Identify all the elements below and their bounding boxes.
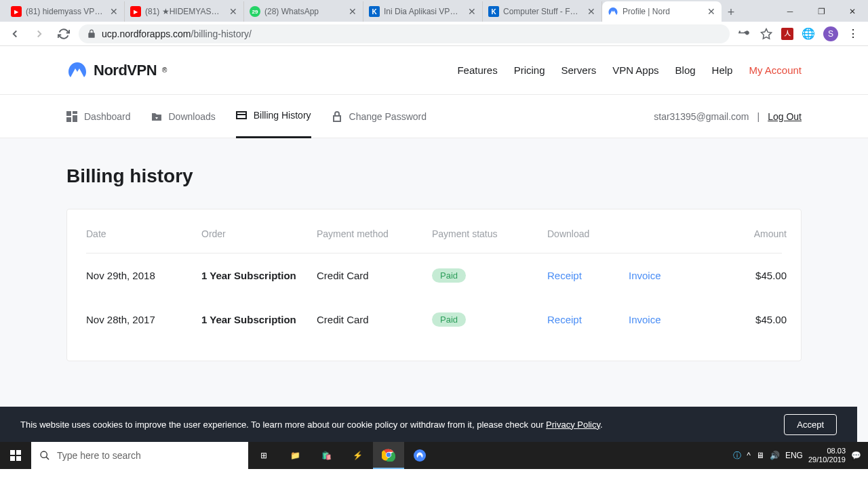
status-badge: Paid [432, 312, 466, 327]
volume-tray-icon[interactable]: 🔊 [770, 451, 780, 460]
subnav-billing-history[interactable]: Billing History [236, 95, 311, 138]
user-email: star31395@gmail.com [654, 111, 749, 122]
invoice-link[interactable]: Invoice [629, 314, 710, 325]
cell-date: Nov 29th, 2018 [86, 270, 201, 281]
subnav-downloads[interactable]: Downloads [151, 95, 216, 138]
nav-link-vpn-apps[interactable]: VPN Apps [612, 64, 658, 76]
close-window-button[interactable]: ✕ [837, 1, 868, 22]
language-indicator[interactable]: ENG [785, 451, 803, 460]
receipt-link[interactable]: Receipt [547, 270, 629, 281]
url-host: ucp.nordforapps.com [102, 28, 191, 39]
cell-order: 1 Year Subscription [201, 314, 317, 325]
table-header: DateOrderPayment methodPayment statusDow… [86, 228, 782, 253]
table-body: Nov 29th, 20181 Year SubscriptionCredit … [86, 253, 782, 342]
idm-extension-icon[interactable]: 🌐 [802, 27, 815, 41]
browser-tab[interactable]: KComputer Stuff - Forum✕ [483, 1, 602, 22]
cell-amount: $45.00 [710, 270, 787, 281]
search-icon [39, 450, 50, 461]
close-tab-icon[interactable]: ✕ [707, 7, 716, 16]
receipt-link[interactable]: Receipt [547, 314, 629, 325]
profile-avatar[interactable]: S [823, 26, 838, 41]
taskbar-clock[interactable]: 08.03 29/10/2019 [808, 447, 846, 464]
taskbar-search[interactable]: Type here to search [31, 442, 248, 469]
main-nav: FeaturesPricingServersVPN AppsBlogHelpMy… [457, 64, 802, 76]
tab-title: (81) hidemyass VPN Cra [26, 7, 105, 16]
svg-rect-5 [334, 116, 340, 121]
nav-link-my-account[interactable]: My Account [749, 64, 802, 76]
nav-link-blog[interactable]: Blog [675, 64, 696, 76]
pdf-extension-icon[interactable]: 人 [781, 28, 793, 40]
close-tab-icon[interactable]: ✕ [109, 7, 119, 16]
browser-tab[interactable]: Profile | Nord✕ [602, 1, 722, 22]
chrome-menu-icon[interactable]: ⋮ [846, 27, 860, 41]
cell-method: Credit Card [317, 314, 432, 325]
browser-tab[interactable]: ▶(81) ★HIDEMYASS PRO✕ [125, 1, 244, 22]
close-tab-icon[interactable]: ✕ [587, 7, 596, 16]
column-header: Date [86, 228, 201, 239]
bookmark-star-icon[interactable] [760, 27, 773, 41]
nav-link-servers[interactable]: Servers [561, 64, 597, 76]
windows-taskbar: Type here to search ⊞ 📁 🛍️ ⚡ ⓘ ^ 🖥 🔊 ENG… [0, 442, 868, 469]
cell-date: Nov 28th, 2017 [86, 314, 201, 325]
nav-link-help[interactable]: Help [712, 64, 733, 76]
brand-logo[interactable]: NordVPN® [66, 60, 167, 81]
close-tab-icon[interactable]: ✕ [229, 7, 238, 16]
tab-title: Computer Stuff - Forum [503, 7, 583, 16]
nav-link-pricing[interactable]: Pricing [514, 64, 545, 76]
column-header: Payment status [432, 228, 547, 239]
action-center-icon[interactable]: 💬 [851, 451, 861, 460]
table-row: Nov 28th, 20171 Year SubscriptionCredit … [86, 298, 782, 342]
accept-cookies-button[interactable]: Accept [784, 414, 837, 435]
chrome-taskbar-icon[interactable] [373, 442, 404, 469]
close-tab-icon[interactable]: ✕ [348, 7, 357, 16]
task-view-button[interactable]: ⊞ [248, 442, 279, 469]
nordvpn-taskbar-icon[interactable] [404, 442, 435, 469]
tab-title: (81) ★HIDEMYASS PRO [145, 7, 224, 16]
browser-tab[interactable]: KIni Dia Aplikasi VPN Ter✕ [363, 1, 483, 22]
svg-rect-3 [66, 117, 71, 122]
tray-chevron-icon[interactable]: ^ [747, 451, 751, 460]
logout-link[interactable]: Log Out [768, 111, 802, 122]
close-tab-icon[interactable]: ✕ [467, 7, 477, 16]
site-header: NordVPN® FeaturesPricingServersVPN AppsB… [0, 46, 868, 95]
column-header: Download [547, 228, 629, 239]
nordvpn-logo-icon [66, 60, 88, 81]
url-path: /billing-history/ [191, 28, 252, 39]
page-title: Billing history [66, 165, 802, 187]
subnav-change-password[interactable]: Change Password [332, 95, 427, 138]
privacy-policy-link[interactable]: Privacy Policy [546, 420, 600, 430]
key-icon[interactable] [738, 27, 751, 41]
svg-rect-2 [73, 115, 77, 122]
reload-button[interactable] [54, 24, 73, 43]
start-button[interactable] [0, 442, 31, 469]
billing-card: DateOrderPayment methodPayment statusDow… [66, 209, 802, 361]
svg-rect-0 [66, 111, 71, 116]
cell-amount: $45.00 [710, 314, 787, 325]
url-field[interactable]: ucp.nordforapps.com/billing-history/ [79, 24, 730, 43]
page-viewport: NordVPN® FeaturesPricingServersVPN AppsB… [0, 46, 868, 442]
browser-tab[interactable]: ▶(81) hidemyass VPN Cra✕ [5, 1, 125, 22]
help-tray-icon[interactable]: ⓘ [733, 450, 741, 462]
cell-status: Paid [432, 268, 547, 283]
cell-status: Paid [432, 312, 547, 327]
network-tray-icon[interactable]: 🖥 [756, 451, 764, 460]
cookie-banner: This website uses cookies to improve the… [0, 407, 857, 442]
file-explorer-icon[interactable]: 📁 [279, 442, 311, 469]
minimize-button[interactable]: ─ [774, 1, 806, 22]
app-icon[interactable]: ⚡ [342, 442, 373, 469]
subnav-dashboard[interactable]: Dashboard [66, 95, 131, 138]
browser-tab[interactable]: 29(28) WhatsApp✕ [244, 1, 363, 22]
svg-rect-6 [10, 450, 15, 455]
cell-order: 1 Year Subscription [201, 270, 317, 281]
new-tab-button[interactable]: + [722, 3, 741, 22]
maximize-button[interactable]: ❐ [806, 1, 837, 22]
nav-link-features[interactable]: Features [457, 64, 497, 76]
back-button[interactable] [5, 24, 24, 43]
microsoft-store-icon[interactable]: 🛍️ [311, 442, 342, 469]
invoice-link[interactable]: Invoice [629, 270, 710, 281]
forward-button[interactable] [30, 24, 49, 43]
account-subnav: DashboardDownloadsBilling HistoryChange … [0, 95, 868, 138]
cell-method: Credit Card [317, 270, 432, 281]
svg-rect-9 [16, 456, 21, 461]
status-badge: Paid [432, 268, 466, 283]
